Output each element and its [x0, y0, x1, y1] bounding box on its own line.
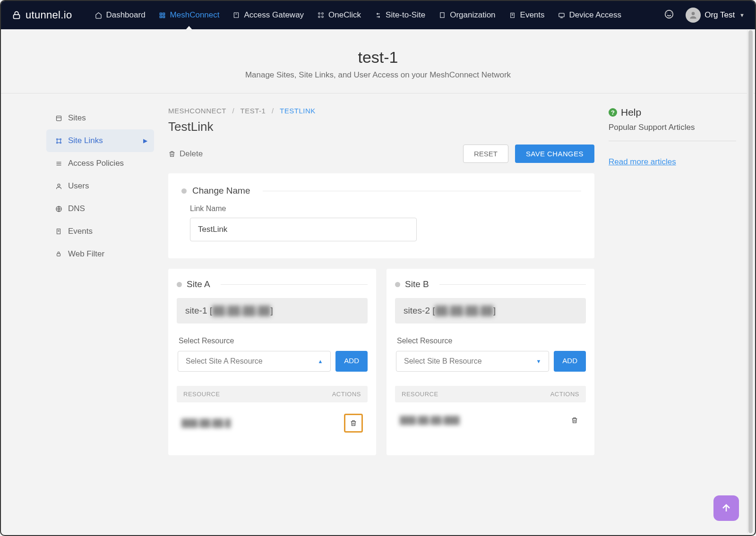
sidebar-item-site-links[interactable]: Site Links ▶: [46, 129, 154, 152]
s2s-icon: [374, 11, 382, 19]
link-name-input[interactable]: [190, 218, 417, 241]
sidebar-label: Web Filter: [68, 249, 104, 259]
nav-right: Org Test ▼: [664, 8, 745, 23]
sidebar: Sites Site Links ▶ Access Policies Users…: [46, 107, 154, 455]
svg-point-5: [318, 16, 320, 18]
nav-dashboard[interactable]: Dashboard: [94, 1, 145, 29]
svg-point-23: [56, 142, 58, 144]
brand-logo[interactable]: utunnel.io: [11, 9, 72, 21]
col-actions: ACTIONS: [550, 391, 579, 398]
help-title: ? Help: [609, 107, 736, 118]
breadcrumb: MESHCONNECT / TEST-1 / TESTLINK: [168, 107, 594, 115]
sidebar-label: Access Policies: [68, 159, 124, 168]
dns-icon: [55, 205, 62, 213]
help-panel: ? Help Popular Support Articles Read mor…: [609, 107, 736, 455]
arrow-up-icon: [721, 502, 732, 514]
site-a-heading: Site A: [187, 279, 210, 289]
col-resource: RESOURCE: [402, 391, 438, 398]
site-b-table-header: RESOURCE ACTIONS: [395, 386, 586, 402]
sidebar-item-users[interactable]: Users: [46, 175, 154, 197]
nav-oneclick[interactable]: OneClick: [317, 1, 361, 29]
site-b-heading: Site B: [405, 279, 429, 289]
help-icon: ?: [609, 108, 617, 117]
sidebar-label: DNS: [68, 204, 85, 213]
delete-resource-highlight: [344, 414, 363, 433]
nav-access-gateway[interactable]: Access Gateway: [232, 1, 304, 29]
svg-point-6: [322, 16, 324, 18]
sidebar-item-dns[interactable]: DNS: [46, 197, 154, 220]
scrollbar[interactable]: [747, 30, 754, 533]
resource-value: ███.██.██.█: [181, 419, 231, 427]
policies-icon: [55, 160, 62, 167]
nav-label: OneClick: [328, 10, 361, 20]
events-icon: [55, 228, 62, 235]
site-columns: Site A site-1 [██.██.██.██] Select Resou…: [168, 269, 594, 455]
user-menu[interactable]: Org Test ▼: [686, 8, 745, 23]
breadcrumb-item[interactable]: TEST-1: [240, 107, 266, 115]
nav-organization[interactable]: Organization: [438, 1, 495, 29]
nav-label: Organization: [450, 10, 495, 20]
site-b-add-button[interactable]: ADD: [554, 351, 586, 372]
user-name: Org Test: [704, 10, 735, 20]
breadcrumb-sep: /: [232, 107, 234, 115]
save-changes-button[interactable]: SAVE CHANGES: [515, 145, 594, 163]
delete-resource-button[interactable]: [568, 414, 581, 427]
sidebar-item-web-filter[interactable]: Web Filter: [46, 243, 154, 265]
page-title: test-1: [1, 48, 755, 67]
sidebar-item-events[interactable]: Events: [46, 220, 154, 243]
trash-icon: [571, 417, 578, 424]
links-icon: [55, 137, 62, 145]
nav-site-to-site[interactable]: Site-to-Site: [374, 1, 425, 29]
oneclick-icon: [317, 11, 325, 19]
events-icon: [509, 11, 516, 19]
sidebar-label: Users: [68, 181, 89, 191]
svg-rect-1: [234, 13, 239, 18]
reset-button[interactable]: RESET: [463, 145, 508, 163]
select-resource-label-b: Select Resource: [397, 337, 586, 345]
site-a-name: site-1 [██.██.██.██]: [177, 298, 368, 323]
site-a-table-header: RESOURCE ACTIONS: [177, 386, 368, 402]
page-header: test-1 Manage Sites, Site Links, and Use…: [1, 29, 755, 94]
dot-icon: [395, 282, 400, 287]
delete-button[interactable]: Delete: [168, 149, 203, 159]
divider: [221, 284, 368, 285]
mesh-icon: [159, 11, 166, 19]
site-a-resource-select[interactable]: Select Site A Resource ▲: [178, 351, 331, 372]
site-b-resource-select[interactable]: Select Site B Resource ▼: [396, 351, 549, 372]
site-a-add-button[interactable]: ADD: [335, 351, 368, 372]
scroll-to-top-button[interactable]: [713, 495, 739, 521]
nav-label: MeshConnect: [170, 10, 220, 20]
delete-resource-button[interactable]: [347, 417, 360, 430]
breadcrumb-sep: /: [272, 107, 274, 115]
breadcrumb-item[interactable]: MESHCONNECT: [168, 107, 226, 115]
nav-label: Events: [520, 10, 545, 20]
trash-icon: [350, 419, 357, 427]
help-subtitle: Popular Support Articles: [609, 123, 736, 141]
filter-icon: [55, 250, 62, 258]
nav-device-access[interactable]: Device Access: [558, 1, 622, 29]
chevron-right-icon: ▶: [143, 137, 147, 144]
scrollbar-thumb[interactable]: [748, 30, 753, 533]
svg-point-3: [318, 13, 320, 15]
svg-point-21: [56, 138, 58, 140]
sidebar-item-sites[interactable]: Sites: [46, 107, 154, 129]
svg-point-17: [665, 10, 673, 18]
help-more-link[interactable]: Read more articles: [609, 157, 676, 167]
divider: [263, 191, 581, 191]
help-title-text: Help: [621, 107, 641, 118]
select-placeholder: Select Site A Resource: [186, 357, 263, 366]
avatar: [686, 8, 701, 23]
nav-events[interactable]: Events: [509, 1, 545, 29]
svg-point-32: [58, 184, 60, 186]
button-group: RESET SAVE CHANGES: [463, 145, 594, 163]
support-icon[interactable]: [664, 9, 674, 22]
nav-label: Access Gateway: [244, 10, 304, 20]
nav-meshconnect[interactable]: MeshConnect: [159, 1, 220, 29]
svg-point-18: [692, 12, 695, 15]
svg-point-24: [60, 142, 61, 144]
sidebar-item-access-policies[interactable]: Access Policies: [46, 152, 154, 175]
svg-rect-15: [559, 13, 564, 17]
site-b-name: sites-2 [██.██.██.██]: [395, 298, 586, 323]
site-a-card: Site A site-1 [██.██.██.██] Select Resou…: [168, 269, 376, 455]
svg-rect-38: [57, 254, 60, 256]
